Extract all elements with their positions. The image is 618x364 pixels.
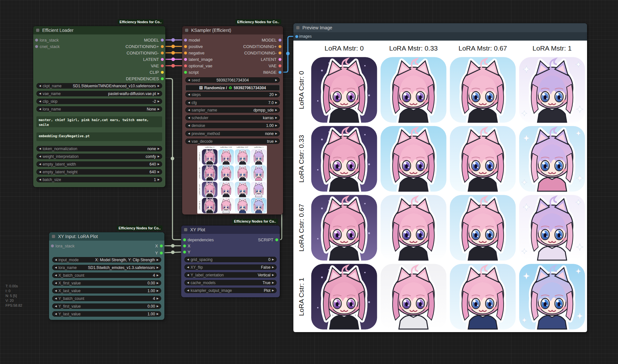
input-port-dot-lora_stack[interactable]	[35, 39, 38, 42]
widget-prev-arrow[interactable]: ◀	[187, 258, 189, 261]
link-center-dot[interactable]	[172, 64, 175, 68]
widget-next-arrow[interactable]: ▶	[275, 124, 277, 127]
node-header[interactable]: XY Input: LoRA Plot	[49, 232, 164, 241]
widget-next-arrow[interactable]: ▶	[158, 84, 160, 87]
output-port-dot-CLIP[interactable]	[161, 71, 164, 74]
widget-prev-arrow[interactable]: ◀	[39, 178, 41, 181]
widget-prev-arrow[interactable]: ◀	[55, 266, 57, 269]
widget-prev-arrow[interactable]: ◀	[39, 108, 41, 110]
widget-prev-arrow[interactable]: ◀	[39, 170, 41, 173]
widget-vae_decode[interactable]: ◀vae_decodetrue▶	[185, 139, 280, 144]
widget-token_normalization[interactable]: ◀token_normalizationnone▶	[36, 146, 162, 151]
output-port-dot-X[interactable]	[160, 244, 163, 247]
input-port-dot-script[interactable]	[184, 71, 187, 74]
widget-next-arrow[interactable]: ▶	[272, 258, 274, 261]
widget-prev-arrow[interactable]: ◀	[187, 281, 189, 284]
link-center-dot[interactable]	[172, 58, 175, 61]
widget-next-arrow[interactable]: ▶	[157, 289, 159, 292]
widget-cache_models[interactable]: ◀cache_modelsTrue▶	[184, 280, 277, 285]
widget-prev-arrow[interactable]: ◀	[55, 282, 57, 284]
widget-next-arrow[interactable]: ▶	[157, 266, 159, 269]
output-port-dot-DEPENDENCIES[interactable]	[161, 77, 164, 80]
widget-prev-arrow[interactable]: ◀	[188, 79, 190, 81]
widget-weight_interpretation[interactable]: ◀weight_interpretationcomfy▶	[36, 154, 162, 159]
link-center-dot[interactable]	[172, 51, 175, 55]
widget-XY_flip[interactable]: ◀XY_flipFalse▶	[184, 264, 277, 270]
node-header[interactable]: Preview Image	[293, 23, 587, 32]
widget-next-arrow[interactable]: ▶	[157, 258, 159, 261]
node-efficient-loader[interactable]: Efficiency Nodes for Co..Efficient Loade…	[33, 26, 165, 187]
widget-prev-arrow[interactable]: ◀	[55, 274, 57, 277]
node-xy-input-lora-plot[interactable]: Efficiency Nodes for Co..XY Input: LoRA …	[49, 232, 164, 320]
link-center-dot[interactable]	[172, 38, 175, 42]
prompt-textbox[interactable]: master, chief 1girl, pink hair,cat ears,…	[36, 116, 162, 127]
widget-next-arrow[interactable]: ▶	[157, 297, 159, 300]
link-center-dot[interactable]	[171, 157, 174, 160]
input-port-dot-dependencies[interactable]	[183, 238, 186, 241]
input-port-dot-Y[interactable]	[183, 251, 186, 254]
collapse-icon[interactable]	[184, 228, 187, 231]
output-port-dot-LATENT[interactable]	[279, 58, 281, 61]
node-header[interactable]: KSampler (Efficient)	[182, 26, 283, 34]
widget-next-arrow[interactable]: ▶	[157, 282, 159, 284]
widget-next-arrow[interactable]: ▶	[157, 274, 159, 277]
widget-next-arrow[interactable]: ▶	[157, 305, 159, 308]
widget-next-arrow[interactable]: ▶	[275, 132, 277, 135]
widget-prev-arrow[interactable]: ◀	[39, 84, 41, 87]
input-port-dot-optional_vae[interactable]	[184, 64, 187, 67]
widget-grid_spacing[interactable]: ◀grid_spacing0▶	[184, 257, 277, 262]
input-port-dot-cnet_stack[interactable]	[35, 45, 38, 48]
widget-prev-arrow[interactable]: ◀	[39, 147, 41, 150]
widget-next-arrow[interactable]: ▶	[158, 155, 160, 158]
node-header[interactable]: Efficient Loader	[33, 26, 165, 34]
widget-vae_name[interactable]: ◀vae_namepastel-waifu-diffusion.vae.pt▶	[36, 91, 162, 96]
collapse-icon[interactable]	[36, 29, 39, 32]
output-port-dot-SCRIPT[interactable]	[275, 238, 278, 241]
widget-prev-arrow[interactable]: ◀	[39, 100, 41, 103]
widget-denoise[interactable]: ◀denoise1.00▶	[185, 123, 280, 128]
widget-empty_latent_height[interactable]: ◀empty_latent_height640▶	[36, 169, 162, 175]
collapse-icon[interactable]	[296, 26, 299, 29]
widget-prev-arrow[interactable]: ◀	[188, 132, 190, 135]
widget-batch_size[interactable]: ◀batch_size1▶	[36, 177, 162, 182]
widget-next-arrow[interactable]: ▶	[275, 93, 277, 96]
widget-lora_name[interactable]: ◀lora_nameSD1.5\twitch_emotes_v1.3.safet…	[52, 265, 161, 270]
node-ksampler-efficient[interactable]: Efficiency Nodes for Co..KSampler (Effic…	[182, 26, 283, 215]
widget-next-arrow[interactable]: ▶	[158, 163, 160, 166]
widget-X_batch_count[interactable]: ◀X_batch_count4▶	[52, 273, 161, 278]
output-port-dot-Y[interactable]	[160, 252, 163, 254]
output-port-dot-IMAGE[interactable]	[279, 71, 281, 74]
widget-clip_skip[interactable]: ◀clip_skip-2▶	[36, 99, 162, 104]
widget-next-arrow[interactable]: ▶	[158, 178, 160, 181]
widget-next-arrow[interactable]: ▶	[272, 273, 274, 276]
widget-prev-arrow[interactable]: ◀	[188, 140, 190, 143]
widget-next-arrow[interactable]: ▶	[275, 109, 277, 111]
widget-scheduler[interactable]: ◀schedulerkarras▶	[185, 115, 280, 120]
widget-next-arrow[interactable]: ▶	[272, 281, 274, 284]
output-port-dot-VAE[interactable]	[279, 64, 281, 67]
widget-Y_last_value[interactable]: ◀Y_last_value1.00▶	[52, 311, 161, 317]
widget-prev-arrow[interactable]: ◀	[188, 109, 190, 111]
widget-input_mode[interactable]: ◀input_modeX: Model Strength, Y: Clip St…	[52, 257, 161, 263]
widget-next-arrow[interactable]: ▶	[158, 92, 160, 95]
widget-prev-arrow[interactable]: ◀	[55, 258, 57, 261]
widget-prev-arrow[interactable]: ◀	[188, 93, 190, 96]
widget-X_last_value[interactable]: ◀X_last_value1.00▶	[52, 288, 161, 293]
widget-lora_name[interactable]: ◀lora_nameNone▶	[36, 106, 162, 112]
widget-next-arrow[interactable]: ▶	[275, 140, 277, 143]
widget-next-arrow[interactable]: ▶	[275, 116, 277, 119]
widget-prev-arrow[interactable]: ◀	[55, 297, 57, 300]
widget-next-arrow[interactable]: ▶	[272, 266, 274, 269]
prompt-textbox[interactable]: embedding:EasyNegative.pt	[36, 132, 162, 141]
widget-prev-arrow[interactable]: ◀	[187, 289, 189, 292]
widget-prev-arrow[interactable]: ◀	[39, 155, 41, 158]
widget-next-arrow[interactable]: ▶	[158, 100, 160, 103]
output-port-dot-CONDITIONING-[interactable]	[161, 52, 164, 54]
link-center-dot[interactable]	[171, 244, 175, 248]
widget-prev-arrow[interactable]: ◀	[55, 312, 57, 315]
widget-Y_first_value[interactable]: ◀Y_first_value0.00▶	[52, 303, 161, 309]
widget-next-arrow[interactable]: ▶	[275, 101, 277, 104]
widget-next-arrow[interactable]: ▶	[157, 312, 159, 315]
widget-Y_label_orientation[interactable]: ◀Y_label_orientationVertical▶	[184, 272, 277, 278]
widget-prev-arrow[interactable]: ◀	[187, 273, 189, 276]
